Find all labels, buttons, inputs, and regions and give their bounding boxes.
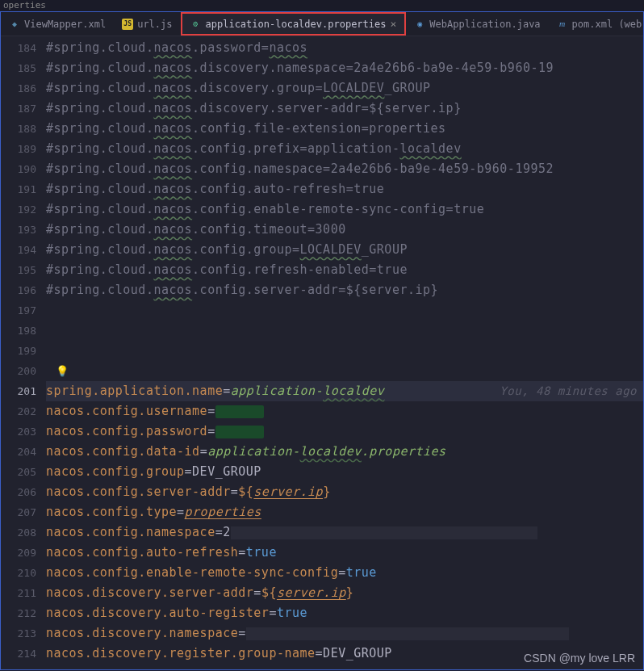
code-line[interactable] <box>46 341 643 361</box>
code-line[interactable]: #spring.cloud.nacos.config.timeout=3000 <box>46 220 643 240</box>
redacted: x <box>215 426 264 438</box>
code-line[interactable]: nacos.config.server-addr=${server.ip} <box>46 482 643 502</box>
line-number: 185 <box>1 58 36 78</box>
line-number: 190 <box>1 159 36 179</box>
line-number: 188 <box>1 119 36 139</box>
close-icon[interactable]: × <box>390 18 396 30</box>
tab-viewmapper-xml[interactable]: ◆ViewMapper.xml <box>1 12 114 36</box>
code-line[interactable]: nacos.config.password=x <box>46 421 643 442</box>
code-line[interactable]: #spring.cloud.nacos.password=nacos <box>46 38 643 58</box>
tab-webapplication-java[interactable]: ◉WebApplication.java <box>406 12 548 36</box>
code-line[interactable]: #spring.cloud.nacos.discovery.namespace=… <box>46 58 643 78</box>
redacted: x <box>231 526 537 539</box>
line-number: 206 <box>1 482 36 502</box>
line-number: 199 <box>1 341 36 361</box>
tab-label: WebApplication.java <box>429 19 540 30</box>
line-number: 210 <box>1 563 36 583</box>
line-number: 184 <box>1 38 36 58</box>
code-line[interactable]: spring.application.name=application-loca… <box>46 381 643 401</box>
line-number: 187 <box>1 99 36 119</box>
tab-pom-xml--web-[interactable]: mpom.xml (web) <box>549 12 643 36</box>
line-number: 209 <box>1 543 36 563</box>
line-number: 211 <box>1 583 36 603</box>
line-number: 192 <box>1 199 36 220</box>
code-line[interactable]: #spring.cloud.nacos.config.group=LOCALDE… <box>46 240 643 260</box>
bulb-icon[interactable]: 💡 <box>56 361 69 381</box>
tab-bar: ◆ViewMapper.xmlJSurl.js⚙application-loca… <box>1 12 643 36</box>
line-number: 213 <box>1 623 36 644</box>
line-number: 202 <box>1 401 36 421</box>
line-number: 203 <box>1 421 36 442</box>
code-line[interactable]: nacos.config.enable-remote-sync-config=t… <box>46 563 643 583</box>
line-number: 207 <box>1 502 36 522</box>
code-line[interactable]: nacos.config.data-id=application-localde… <box>46 442 643 462</box>
code-line[interactable]: #spring.cloud.nacos.config.file-extensio… <box>46 119 643 139</box>
line-number: 189 <box>1 139 36 159</box>
tab-label: ViewMapper.xml <box>24 19 106 30</box>
code-line[interactable]: #spring.cloud.nacos.config.namespace=2a4… <box>46 159 643 179</box>
code-line[interactable]: nacos.config.namespace=2x <box>46 522 643 543</box>
watermark: CSDN @my love LRR <box>524 652 635 665</box>
title-bar: operties <box>0 0 644 11</box>
tab-application-localdev-properties[interactable]: ⚙application-localdev.properties× <box>181 12 407 36</box>
line-number: 200 <box>1 361 36 381</box>
code-line[interactable]: nacos.config.type=properties <box>46 502 643 522</box>
code-line[interactable]: #spring.cloud.nacos.config.enable-remote… <box>46 199 643 220</box>
code-line[interactable]: nacos.config.group=DEV_GROUP <box>46 462 643 482</box>
editor-frame: ◆ViewMapper.xmlJSurl.js⚙application-loca… <box>0 11 644 670</box>
tab-label: url.js <box>137 19 172 30</box>
git-blame: You, 48 minutes ago <box>500 381 637 401</box>
line-number: 205 <box>1 462 36 482</box>
code-area[interactable]: #spring.cloud.nacos.password=nacos#sprin… <box>46 36 643 669</box>
line-number: 212 <box>1 603 36 623</box>
code-line[interactable]: #spring.cloud.nacos.config.refresh-enabl… <box>46 260 643 280</box>
code-line[interactable]: nacos.discovery.namespace=x <box>46 623 643 644</box>
code-line[interactable]: #spring.cloud.nacos.config.auto-refresh=… <box>46 179 643 199</box>
tab-label: application-localdev.properties <box>206 19 387 30</box>
line-number: 191 <box>1 179 36 199</box>
code-line[interactable] <box>46 300 643 321</box>
line-number: 196 <box>1 280 36 300</box>
line-number: 198 <box>1 321 36 341</box>
line-number: 214 <box>1 644 36 664</box>
code-line[interactable]: #spring.cloud.nacos.discovery.server-add… <box>46 99 643 119</box>
line-number: 201 <box>1 381 36 401</box>
editor-body: 1841851861871881891901911921931941951961… <box>1 36 643 669</box>
line-number: 195 <box>1 260 36 280</box>
line-number: 194 <box>1 240 36 260</box>
code-line[interactable]: #spring.cloud.nacos.discovery.group=LOCA… <box>46 78 643 99</box>
redacted: x <box>215 405 264 418</box>
code-line[interactable]: nacos.config.username=x <box>46 401 643 421</box>
tab-url-js[interactable]: JSurl.js <box>114 12 180 36</box>
line-number: 186 <box>1 78 36 99</box>
tab-label: pom.xml (web) <box>572 19 643 30</box>
code-line[interactable]: nacos.discovery.auto-register=true <box>46 603 643 623</box>
code-line[interactable] <box>46 321 643 341</box>
line-number: 208 <box>1 522 36 543</box>
code-line[interactable]: nacos.discovery.server-addr=${server.ip} <box>46 583 643 603</box>
line-number: 204 <box>1 442 36 462</box>
gutter: 1841851861871881891901911921931941951961… <box>1 36 46 669</box>
code-line[interactable]: 💡 <box>46 361 643 381</box>
code-line[interactable]: #spring.cloud.nacos.config.server-addr=$… <box>46 280 643 300</box>
redacted: x <box>246 627 569 640</box>
code-line[interactable]: #spring.cloud.nacos.config.prefix=applic… <box>46 139 643 159</box>
code-line[interactable]: nacos.config.auto-refresh=true <box>46 543 643 563</box>
line-number: 193 <box>1 220 36 240</box>
line-number: 197 <box>1 300 36 321</box>
